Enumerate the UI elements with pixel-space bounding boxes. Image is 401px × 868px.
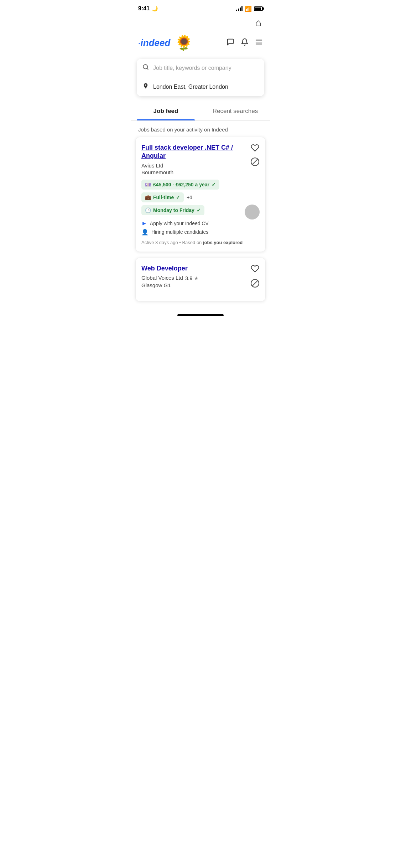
apply-text: Apply with your Indeed CV [150, 221, 209, 226]
tab-recent-searches[interactable]: Recent searches [200, 102, 270, 120]
svg-line-6 [252, 159, 258, 165]
signal-icon [236, 6, 243, 11]
feed-subtitle: Jobs based on your activity on Indeed [131, 121, 270, 137]
hide-job-icon[interactable] [250, 157, 260, 166]
job-actions-2 [250, 264, 260, 288]
salary-tag: 💷 £45,500 - £62,250 a year ✓ [141, 180, 219, 190]
employment-text: Full-time [153, 195, 174, 200]
indeed-logo-text: ·indeed [138, 37, 170, 48]
job-features: ► Apply with your Indeed CV 👤 Hiring mul… [141, 220, 260, 236]
hiring-text: Hiring multiple candidates [151, 229, 208, 235]
job-card-header-2: Web Developer Global Voices Ltd 3.9 ★ Gl… [141, 264, 260, 293]
employment-check-icon: ✓ [176, 195, 180, 200]
job-card: Web Developer Global Voices Ltd 3.9 ★ Gl… [135, 258, 266, 301]
app-header: ·indeed 🌻 [131, 31, 270, 56]
svg-line-8 [252, 280, 258, 286]
job-actions [250, 144, 260, 166]
location-row[interactable]: London East, Greater London [137, 77, 264, 96]
job-title-area: Full stack developer .NET C# / Angular A… [141, 144, 246, 180]
job-company-2: Global Voices Ltd [141, 275, 183, 281]
company-rating: 3.9 ★ [185, 275, 199, 281]
job-title-area-2: Web Developer Global Voices Ltd 3.9 ★ Gl… [141, 264, 246, 293]
home-indicator-bar [177, 314, 224, 316]
svg-line-4 [147, 68, 148, 69]
sunflower-icon: 🌻 [175, 34, 193, 52]
location-value: London East, Greater London [153, 84, 228, 90]
rating-value: 3.9 [185, 275, 193, 281]
status-time: 9:41 [138, 5, 150, 12]
notification-icon[interactable] [241, 38, 249, 48]
job-search-placeholder: Job title, keywords or company [153, 65, 231, 71]
header-icons [226, 38, 263, 48]
job-title[interactable]: Full stack developer .NET C# / Angular [141, 144, 246, 160]
home-icon[interactable]: ⌂ [255, 17, 261, 29]
salary-check-icon: ✓ [212, 182, 216, 187]
location-icon [142, 82, 149, 91]
company-logo-placeholder [245, 205, 260, 219]
activity-bold: jobs you explored [203, 240, 243, 245]
battery-icon [254, 6, 263, 11]
moon-icon: 🌙 [152, 6, 158, 11]
wifi-icon: 📶 [245, 5, 252, 12]
save-job-icon-2[interactable] [251, 264, 259, 275]
indeed-logo: ·indeed [138, 37, 170, 48]
employment-icon: 💼 [145, 195, 151, 200]
hiring-feature: 👤 Hiring multiple candidates [141, 229, 260, 236]
job-card: Full stack developer .NET C# / Angular A… [135, 137, 266, 252]
job-title-2[interactable]: Web Developer [141, 264, 246, 273]
schedule-tag: 🕐 Monday to Friday ✓ [141, 205, 204, 215]
job-card-header: Full stack developer .NET C# / Angular A… [141, 144, 260, 180]
job-location-2: Glasgow G1 [141, 282, 246, 288]
hiring-icon: 👤 [141, 229, 149, 236]
tab-job-feed[interactable]: Job feed [131, 102, 200, 120]
schedule-text: Monday to Friday [153, 207, 194, 213]
search-container: Job title, keywords or company London Ea… [137, 59, 264, 96]
status-icons: 📶 [236, 5, 263, 12]
home-indicator [131, 309, 270, 319]
activity-time: Active 3 days ago [141, 240, 178, 245]
menu-icon[interactable] [255, 38, 263, 48]
job-cards-container: Full stack developer .NET C# / Angular A… [131, 137, 270, 301]
salary-tag-text: £45,500 - £62,250 a year [153, 182, 209, 187]
home-button-area: ⌂ [131, 16, 270, 31]
employment-extra: +1 [187, 195, 192, 200]
message-icon[interactable] [226, 38, 234, 48]
star-icon: ★ [194, 275, 199, 281]
apply-feature: ► Apply with your Indeed CV [141, 220, 260, 227]
job-search-row[interactable]: Job title, keywords or company [137, 59, 264, 77]
job-company: Avius Ltd [141, 162, 246, 169]
apply-icon: ► [141, 220, 147, 227]
salary-tag-icon: 💷 [145, 182, 151, 187]
job-location: Bournemouth [141, 169, 246, 175]
job-activity: Active 3 days ago • Based on jobs you ex… [141, 240, 260, 245]
hide-job-icon-2[interactable] [250, 279, 260, 288]
save-job-icon[interactable] [251, 144, 259, 154]
schedule-icon: 🕐 [145, 207, 151, 213]
activity-separator: • Based on [179, 240, 203, 245]
search-icon [142, 64, 149, 72]
status-bar: 9:41 🌙 📶 [131, 0, 270, 16]
tabs-container: Job feed Recent searches [131, 102, 270, 121]
schedule-check-icon: ✓ [197, 207, 201, 213]
job-tags: 💷 £45,500 - £62,250 a year ✓ 💼 Full-time… [141, 180, 260, 215]
employment-type-tag: 💼 Full-time ✓ [141, 192, 184, 202]
